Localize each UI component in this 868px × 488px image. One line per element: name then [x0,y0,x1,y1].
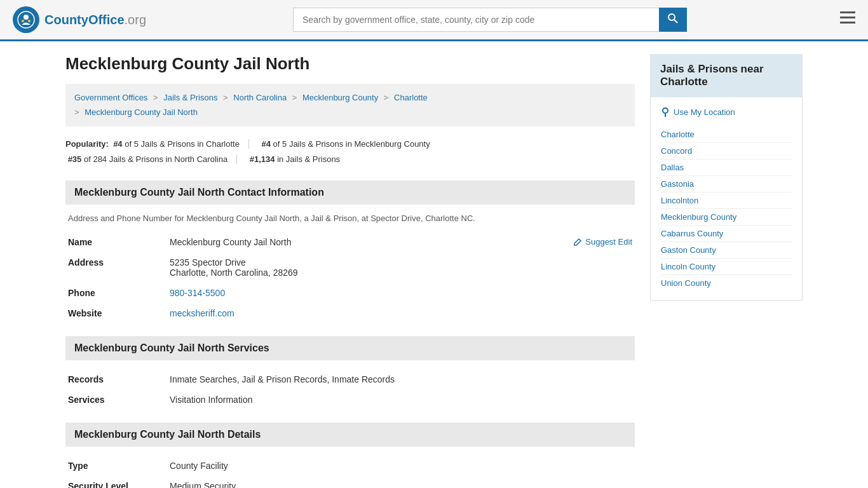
search-input[interactable] [293,8,659,32]
details-section: Mecklenburg County Jail North Details Ty… [65,423,635,488]
table-row: Name Mecklenburg County Jail North Sugge… [65,232,635,252]
table-row: Records Inmate Searches, Jail & Prison R… [65,369,635,390]
services-section: Mecklenburg County Jail North Services R… [65,336,635,410]
services-label: Services [65,390,167,410]
table-row: Security Level Medium Security [65,476,635,488]
breadcrumb-link-mecklenburg[interactable]: Mecklenburg County [302,93,378,102]
search-button[interactable] [659,8,687,32]
sidebar-content: Use My Location Charlotte Concord Dallas… [650,97,803,301]
sidebar-title: Jails & Prisons near Charlotte [650,54,803,97]
svg-point-2 [22,20,24,22]
sidebar-links: Charlotte Concord Dallas Gastonia Lincol… [661,126,792,291]
website-label: Website [65,303,167,323]
table-row: Website mecksheriff.com [65,303,635,323]
logo-text: CountyOffice.org [44,13,146,27]
use-location-label: Use My Location [674,107,735,117]
records-label: Records [65,369,167,390]
security-label: Security Level [65,476,167,488]
use-my-location[interactable]: Use My Location [661,106,792,118]
type-value: County Facility [167,456,635,476]
name-label: Name [65,232,167,252]
website-value: mecksheriff.com [167,303,635,323]
breadcrumb-link-current[interactable]: Mecklenburg County Jail North [85,107,198,117]
breadcrumb-link-govt[interactable]: Government Offices [74,93,147,102]
breadcrumb: Government Offices > Jails & Prisons > N… [65,84,635,126]
address-label: Address [65,252,167,283]
contact-section-header: Mecklenburg County Jail North Contact In… [65,180,635,205]
phone-label: Phone [65,283,167,303]
contact-description: Address and Phone Number for Mecklenburg… [65,214,635,223]
search-area [293,8,687,32]
sidebar-link-lincoln[interactable]: Lincoln County [661,259,792,275]
svg-point-10 [663,109,667,112]
logo-area: CountyOffice.org [13,6,146,33]
table-row: Type County Facility [65,456,635,476]
contact-section: Mecklenburg County Jail North Contact In… [65,180,635,323]
popularity-section: Popularity: #4 of 5 Jails & Prisons in C… [65,137,635,168]
main-container: Mecklenburg County Jail North Government… [53,41,815,488]
website-link[interactable]: mecksheriff.com [170,308,234,318]
table-row: Services Visitation Information [65,390,635,410]
details-section-header: Mecklenburg County Jail North Details [65,423,635,447]
services-table: Records Inmate Searches, Jail & Prison R… [65,369,635,410]
table-row: Phone 980-314-5500 [65,283,635,303]
content-area: Mecklenburg County Jail North Government… [65,54,635,488]
sidebar-link-union[interactable]: Union County [661,275,792,291]
details-table: Type County Facility Security Level Medi… [65,456,635,488]
suggest-edit-link[interactable]: Suggest Edit [573,237,632,247]
svg-point-1 [24,15,29,20]
sidebar-link-gaston[interactable]: Gaston County [661,242,792,259]
svg-point-4 [668,14,675,20]
security-value: Medium Security [167,476,635,488]
page-title: Mecklenburg County Jail North [65,54,635,74]
address-value: 5235 Spector Drive Charlotte, North Caro… [167,252,635,283]
svg-rect-7 [840,17,855,18]
breadcrumb-link-charlotte[interactable]: Charlotte [394,93,428,102]
svg-point-3 [28,20,31,22]
name-value: Mecklenburg County Jail North Suggest Ed… [167,232,635,252]
menu-icon[interactable] [840,11,855,28]
sidebar: Jails & Prisons near Charlotte Use My Lo… [650,54,803,488]
sidebar-link-cabarrus[interactable]: Cabarrus County [661,226,792,242]
services-section-header: Mecklenburg County Jail North Services [65,336,635,360]
services-value: Visitation Information [167,390,635,410]
site-header: CountyOffice.org [0,0,868,41]
records-value: Inmate Searches, Jail & Prison Records, … [167,369,635,390]
table-row: Address 5235 Spector Drive Charlotte, No… [65,252,635,283]
contact-table: Name Mecklenburg County Jail North Sugge… [65,232,635,323]
sidebar-link-lincolnton[interactable]: Lincolnton [661,193,792,209]
phone-link[interactable]: 980-314-5500 [170,288,225,298]
svg-rect-6 [840,11,855,13]
svg-rect-8 [840,22,855,24]
logo-icon [13,6,39,33]
sidebar-link-dallas[interactable]: Dallas [661,159,792,176]
breadcrumb-link-jails[interactable]: Jails & Prisons [163,93,217,102]
phone-value: 980-314-5500 [167,283,635,303]
sidebar-link-charlotte[interactable]: Charlotte [661,126,792,143]
sidebar-link-mecklenburg[interactable]: Mecklenburg County [661,209,792,226]
sidebar-link-gastonia[interactable]: Gastonia [661,176,792,193]
svg-line-5 [674,20,677,23]
type-label: Type [65,456,167,476]
sidebar-link-concord[interactable]: Concord [661,143,792,159]
breadcrumb-link-nc[interactable]: North Carolina [233,93,287,102]
